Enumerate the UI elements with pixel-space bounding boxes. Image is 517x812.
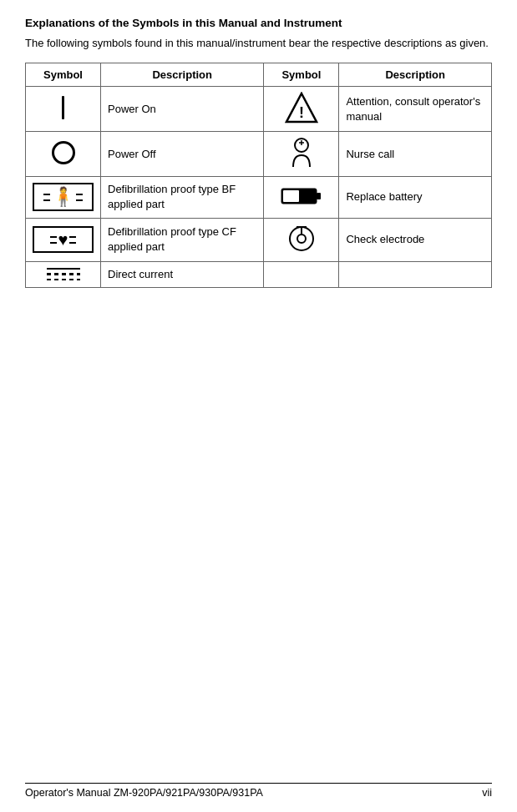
defibrillation-bf-icon: 🧍 [33,183,94,211]
empty-desc-cell [339,261,492,287]
defibrillation-cf-icon: ♥ [33,226,94,253]
page-title: Explanations of the Symbols in this Manu… [25,17,492,29]
desc-bf: Defibrillation proof type BF applied par… [101,177,264,218]
desc-battery: Replace battery [339,177,492,218]
col-header-symbol2: Symbol [264,63,339,87]
table-row: ♥ Defibrillation proof type CF applied p… [26,218,492,261]
symbol-nurse-cell [264,132,339,177]
table-row: Direct current [26,261,492,287]
desc-power-on: Power On [101,87,264,132]
symbol-power-off-cell [26,132,101,177]
intro-text: The following symbols found in this manu… [25,36,492,51]
nurse-call-icon [286,137,317,169]
svg-rect-7 [283,190,299,202]
col-header-desc2: Description [339,63,492,87]
col-header-symbol1: Symbol [26,63,101,87]
desc-electrode: Check electrode [339,218,492,261]
desc-cf: Defibrillation proof type CF applied par… [101,218,264,261]
svg-text:!: ! [299,104,304,121]
table-row: Power On ! Attention, consult operator's… [26,87,492,132]
warning-triangle-icon: ! [285,92,318,124]
symbol-dc-cell [26,261,101,287]
svg-point-9 [297,235,306,243]
symbol-warning-cell: ! [264,87,339,132]
table-row: Power Off Nurse call [26,132,492,177]
symbol-electrode-cell [264,218,339,261]
col-header-desc1: Description [101,63,264,87]
footer: Operator's Manual ZM-920PA/921PA/930PA/9… [25,783,492,799]
footer-left: Operator's Manual ZM-920PA/921PA/930PA/9… [25,787,263,799]
desc-power-off: Power Off [101,132,264,177]
symbol-power-on-cell [26,87,101,132]
symbol-cf-cell: ♥ [26,218,101,261]
check-electrode-icon [286,224,317,254]
footer-right: vii [482,787,492,799]
battery-icon [281,186,322,206]
desc-dc: Direct current [101,261,264,287]
direct-current-icon [47,268,80,281]
empty-symbol-cell [264,261,339,287]
power-off-icon [52,141,75,164]
symbol-battery-cell [264,177,339,218]
svg-rect-6 [317,193,321,199]
desc-nurse: Nurse call [339,132,492,177]
power-on-icon [62,96,64,119]
symbols-table: Symbol Description Symbol Description Po… [25,63,492,288]
table-row: 🧍 Defibrillation proof type BF applied p… [26,177,492,218]
symbol-bf-cell: 🧍 [26,177,101,218]
desc-warning: Attention, consult operator's manual [339,87,492,132]
